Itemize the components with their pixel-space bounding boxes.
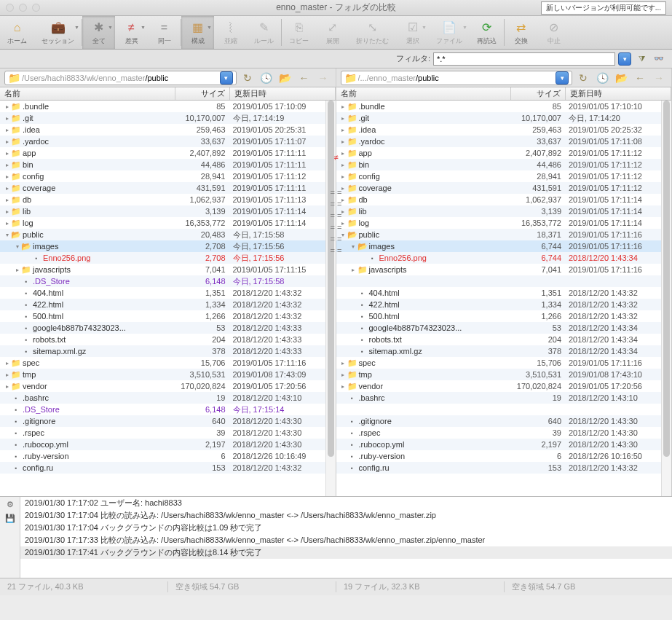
- file-row[interactable]: ▪Enno256.png2,708今日, 17:15:56: [0, 252, 336, 264]
- path-dropdown-icon[interactable]: ▾: [220, 71, 233, 85]
- file-row[interactable]: ▾📂public18,3712019/01/05 17:11:16: [336, 229, 672, 240]
- file-row[interactable]: ▸📁javascripts7,0412019/01/05 17:11:16: [336, 264, 672, 275]
- file-row[interactable]: ▸📁.git10,170,007今日, 17:14:20: [336, 112, 672, 124]
- file-row[interactable]: ▪422.html1,3342018/12/20 1:43:32: [0, 299, 336, 310]
- file-row[interactable]: ▸📁tmp3,510,5312019/01/08 17:43:09: [0, 369, 336, 380]
- col-name[interactable]: 名前: [336, 87, 512, 100]
- file-row[interactable]: ▪robots.txt2042018/12/20 1:43:34: [336, 334, 672, 345]
- toolbar-中止[interactable]: ⊘中止: [537, 16, 570, 49]
- file-row[interactable]: ▸📁app2,407,8922019/01/05 17:11:12: [336, 147, 672, 159]
- file-row[interactable]: ▸📁tmp3,510,5312019/01/08 17:43:10: [336, 369, 672, 380]
- path-dropdown-icon[interactable]: ▾: [556, 71, 569, 85]
- file-row[interactable]: ▪.bashrc192018/12/20 1:43:10: [0, 392, 336, 404]
- file-row[interactable]: ▪500.html1,2662018/12/20 1:43:32: [336, 310, 672, 322]
- file-row[interactable]: ▸📁.bundle852019/01/05 17:10:10: [336, 101, 672, 112]
- toolbar-ホーム[interactable]: ⌂ホーム: [0, 16, 34, 49]
- toolbar-構成[interactable]: ▦構成▼: [181, 16, 214, 49]
- file-row[interactable]: ▪robots.txt2042018/12/20 1:43:33: [0, 334, 336, 345]
- file-row[interactable]: ▪.ruby-version62018/12/26 10:16:50: [336, 450, 672, 462]
- binoculars-icon[interactable]: 👓: [652, 52, 666, 66]
- refresh-icon[interactable]: ↻: [575, 71, 591, 85]
- file-row[interactable]: ▸📁lib3,1392019/01/05 17:11:14: [0, 205, 336, 217]
- funnel-icon[interactable]: ⧩: [634, 52, 649, 66]
- minimize-icon[interactable]: [19, 4, 27, 12]
- log-body[interactable]: 2019/01/30 17:17:02 ユーザー名: hachi88332019…: [20, 497, 672, 578]
- file-row[interactable]: ▪google4b887b74323023...532018/12/20 1:4…: [336, 322, 672, 334]
- file-row[interactable]: ▸📁db1,062,9372019/01/05 17:11:13: [0, 194, 336, 205]
- toolbar-折りたたむ[interactable]: ⤡折りたたむ: [349, 16, 396, 49]
- file-row[interactable]: ▸📁db1,062,9372019/01/05 17:11:14: [336, 194, 672, 205]
- file-row[interactable]: ▪404.html1,3512018/12/20 1:43:32: [336, 287, 672, 299]
- file-row[interactable]: ▸📁log16,353,7722019/01/05 17:11:14: [336, 217, 672, 229]
- toolbar-再読込[interactable]: ⟳再読込: [470, 16, 504, 49]
- col-size[interactable]: サイズ: [175, 87, 230, 100]
- save-icon[interactable]: 💾: [5, 514, 15, 523]
- close-icon[interactable]: [6, 4, 14, 12]
- toolbar-選択[interactable]: ☑選択▼: [396, 16, 429, 49]
- file-row[interactable]: [336, 275, 672, 287]
- file-row[interactable]: ▪sitemap.xml.gz3782018/12/20 1:43:33: [0, 345, 336, 357]
- toolbar-差異[interactable]: ≠差異▼: [115, 16, 148, 49]
- toolbar-セッション[interactable]: 💼セッション▼: [34, 16, 82, 49]
- filter-input[interactable]: [433, 52, 615, 66]
- file-row[interactable]: ▸📁spec15,7062019/01/05 17:11:16: [0, 357, 336, 369]
- left-filelist[interactable]: ▸📁.bundle852019/01/05 17:10:09▸📁.git10,1…: [0, 101, 336, 496]
- file-row[interactable]: ▸📁coverage431,5912019/01/05 17:11:12: [336, 182, 672, 194]
- update-badge[interactable]: 新しいバージョンが利用可能です...: [541, 1, 666, 15]
- file-row[interactable]: ▪.gitignore6402018/12/20 1:43:30: [336, 415, 672, 427]
- file-row[interactable]: ▸📁app2,407,8922019/01/05 17:11:11: [0, 147, 336, 159]
- forward-icon[interactable]: →: [315, 71, 331, 85]
- toolbar-同一[interactable]: =同一: [148, 16, 181, 49]
- file-row[interactable]: ▪sitemap.xml.gz3782018/12/20 1:43:34: [336, 345, 672, 357]
- gear-icon[interactable]: ⚙: [7, 500, 14, 509]
- file-row[interactable]: ▸📁spec15,7062019/01/05 17:11:16: [336, 357, 672, 369]
- col-name[interactable]: 名前: [0, 87, 175, 100]
- file-row[interactable]: ▸📁.idea259,4632019/01/05 20:25:31: [0, 124, 336, 136]
- file-row[interactable]: ▸📁.git10,170,007今日, 17:14:19: [0, 112, 336, 124]
- back-icon[interactable]: ←: [632, 71, 648, 85]
- history-icon[interactable]: 🕓: [258, 71, 274, 85]
- left-path-input[interactable]: 📁 /Users/hachi8833/wk/enno_master/public…: [4, 71, 237, 85]
- col-date[interactable]: 更新日時: [230, 87, 336, 100]
- file-row[interactable]: [336, 404, 672, 415]
- toolbar-ルール[interactable]: ✎ルール: [247, 16, 281, 49]
- file-row[interactable]: ▪.rspec392018/12/20 1:43:30: [0, 427, 336, 439]
- col-size[interactable]: サイズ: [511, 87, 566, 100]
- file-row[interactable]: ▪.bashrc192018/12/20 1:43:10: [336, 392, 672, 404]
- file-row[interactable]: ▸📁config28,9412019/01/05 17:11:12: [336, 170, 672, 182]
- col-date[interactable]: 更新日時: [566, 87, 671, 100]
- zoom-icon[interactable]: [32, 4, 40, 12]
- file-row[interactable]: ▪.rspec392018/12/20 1:43:30: [336, 427, 672, 439]
- filter-dropdown-icon[interactable]: ▾: [618, 52, 631, 66]
- file-row[interactable]: ▸📁bin44,4862019/01/05 17:11:11: [0, 159, 336, 170]
- refresh-icon[interactable]: ↻: [240, 71, 256, 85]
- file-row[interactable]: ▪google4b887b74323023...532018/12/20 1:4…: [0, 322, 336, 334]
- file-row[interactable]: ▪.gitignore6402018/12/20 1:43:30: [0, 415, 336, 427]
- file-row[interactable]: ▸📁.yardoc33,6372019/01/05 17:11:08: [336, 136, 672, 147]
- file-row[interactable]: ▸📁vendor170,020,8242019/01/05 17:20:56: [336, 380, 672, 392]
- right-filelist[interactable]: ▸📁.bundle852019/01/05 17:10:10▸📁.git10,1…: [336, 101, 672, 496]
- file-row[interactable]: ▸📁.idea259,4632019/01/05 20:25:32: [336, 124, 672, 136]
- file-row[interactable]: ▪Enno256.png6,7442018/12/20 1:43:34: [336, 252, 672, 264]
- file-row[interactable]: ▪404.html1,3512018/12/20 1:43:32: [0, 287, 336, 299]
- file-row[interactable]: ▸📁bin44,4862019/01/05 17:11:12: [336, 159, 672, 170]
- file-row[interactable]: ▪.rubocop.yml2,1972018/12/20 1:43:30: [0, 439, 336, 450]
- file-row[interactable]: ▪500.html1,2662018/12/20 1:43:32: [0, 310, 336, 322]
- file-row[interactable]: ▾📂images6,7442019/01/05 17:11:16: [336, 240, 672, 252]
- toolbar-展開[interactable]: ⤢展開: [316, 16, 349, 49]
- file-row[interactable]: ▪.DS_Store6,148今日, 17:15:58: [0, 275, 336, 287]
- toolbar-並縮[interactable]: ⦚並縮: [214, 16, 247, 49]
- file-row[interactable]: ▸📁log16,353,7722019/01/05 17:11:14: [0, 217, 336, 229]
- browse-icon[interactable]: 📂: [277, 71, 293, 85]
- file-row[interactable]: ▸📁.bundle852019/01/05 17:10:09: [0, 101, 336, 112]
- file-row[interactable]: ▸📁config28,9412019/01/05 17:11:12: [0, 170, 336, 182]
- file-row[interactable]: ▸📁.yardoc33,6372019/01/05 17:11:07: [0, 136, 336, 147]
- browse-icon[interactable]: 📂: [613, 71, 629, 85]
- file-row[interactable]: ▸📁lib3,1392019/01/05 17:11:14: [336, 205, 672, 217]
- file-row[interactable]: ▸📁vendor170,020,8242019/01/05 17:20:56: [0, 380, 336, 392]
- toolbar-コピー[interactable]: ⎘コピー: [282, 16, 316, 49]
- file-row[interactable]: ▾📂public20,483今日, 17:15:58: [0, 229, 336, 240]
- history-icon[interactable]: 🕓: [594, 71, 610, 85]
- toolbar-ファイル[interactable]: 📄ファイル▼: [429, 16, 470, 49]
- back-icon[interactable]: ←: [296, 71, 312, 85]
